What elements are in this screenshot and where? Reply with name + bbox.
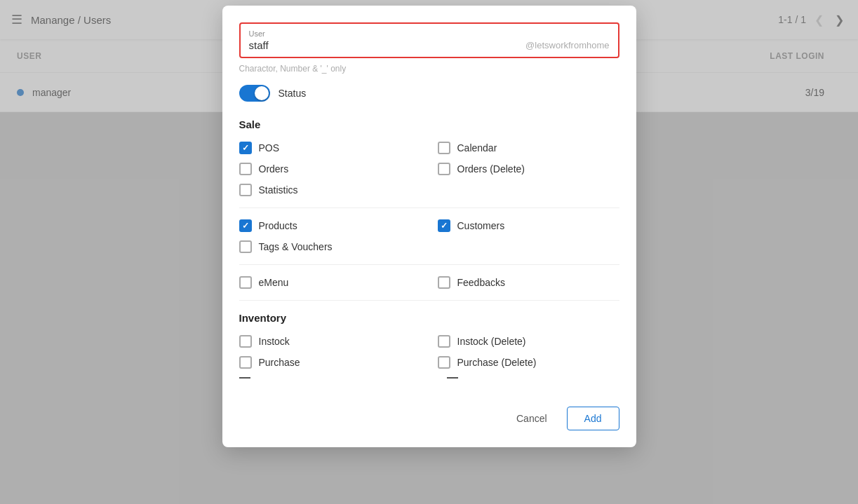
perm-purchase-delete: Purchase (Delete) [438,356,619,369]
perm-statistics-label: Statistics [259,184,298,196]
perm-calendar-label: Calendar [457,142,497,154]
perm-products-label: Products [259,220,297,231]
status-label: Status [279,88,307,99]
perm-instock: Instock [239,335,421,348]
checkbox-pos[interactable] [239,142,252,154]
perm-purchase-label: Purchase [259,357,300,368]
sale-permissions-grid-1: POS Calendar Orders Orders (Delete) Stat… [239,142,619,196]
perm-tags-vouchers: Tags & Vouchers [239,240,421,253]
status-toggle[interactable] [239,85,270,102]
perm-pos-label: POS [259,142,280,154]
user-field-value: staff [249,39,269,51]
perm-instock-delete-label: Instock (Delete) [457,336,526,347]
checkbox-feedbacks[interactable] [438,276,450,289]
checkbox-calendar[interactable] [438,142,450,154]
divider-2 [239,264,619,265]
perm-orders-label: Orders [259,163,289,175]
checkbox-customers[interactable] [438,219,450,232]
modal-overlay: User staff @letsworkfromhome Charactor, … [0,0,858,504]
more-items-indicator [239,377,619,379]
perm-purchase-delete-label: Purchase (Delete) [457,357,537,368]
perm-orders-delete-label: Orders (Delete) [457,163,525,175]
inventory-permissions-grid: Instock Instock (Delete) Purchase Purcha… [239,335,619,369]
checkbox-instock[interactable] [239,335,252,348]
checkbox-tags-vouchers[interactable] [239,240,252,253]
perm-instock-delete: Instock (Delete) [438,335,619,348]
modal: User staff @letsworkfromhome Charactor, … [222,6,636,447]
checkbox-purchase[interactable] [239,356,252,369]
perm-emenu: eMenu [239,276,421,289]
perm-purchase: Purchase [239,356,421,369]
checkbox-emenu[interactable] [239,276,252,289]
perm-tags-vouchers-label: Tags & Vouchers [259,241,333,252]
user-field-domain: @letsworkfromhome [525,40,609,50]
perm-pos: POS [239,142,421,154]
perm-statistics: Statistics [239,184,421,196]
divider-3 [239,300,619,301]
perm-calendar: Calendar [438,142,619,154]
checkbox-products[interactable] [239,219,252,232]
perm-feedbacks: Feedbacks [438,276,619,289]
dash-1 [239,377,250,379]
perm-feedbacks-label: Feedbacks [457,277,505,288]
user-field-label: User [249,29,610,38]
add-button[interactable]: Add [567,407,619,430]
perm-instock-label: Instock [259,336,290,347]
other-permissions-grid: eMenu Feedbacks [239,276,619,289]
checkbox-orders-delete[interactable] [438,163,450,175]
toggle-knob [255,86,269,100]
checkbox-orders[interactable] [239,163,252,175]
perm-customers: Customers [438,219,619,232]
user-field-wrapper: User staff @letsworkfromhome [239,22,619,58]
perm-orders-delete: Orders (Delete) [438,163,619,175]
perm-emenu-label: eMenu [259,277,289,288]
hint-text: Charactor, Number & '_' only [239,64,619,74]
dash-2 [447,377,458,379]
user-field-row: staff @letsworkfromhome [249,39,610,51]
perm-customers-label: Customers [457,220,505,231]
products-permissions-grid: Products Customers Tags & Vouchers [239,219,619,253]
modal-actions: Cancel Add [239,395,619,430]
divider-1 [239,207,619,208]
perm-orders: Orders [239,163,421,175]
inventory-section-title: Inventory [239,312,619,324]
perm-products: Products [239,219,421,232]
checkbox-purchase-delete[interactable] [438,356,450,369]
checkbox-statistics[interactable] [239,184,252,196]
sale-section-title: Sale [239,118,619,130]
status-row: Status [239,85,619,102]
cancel-button[interactable]: Cancel [505,407,558,430]
checkbox-instock-delete[interactable] [438,335,450,348]
